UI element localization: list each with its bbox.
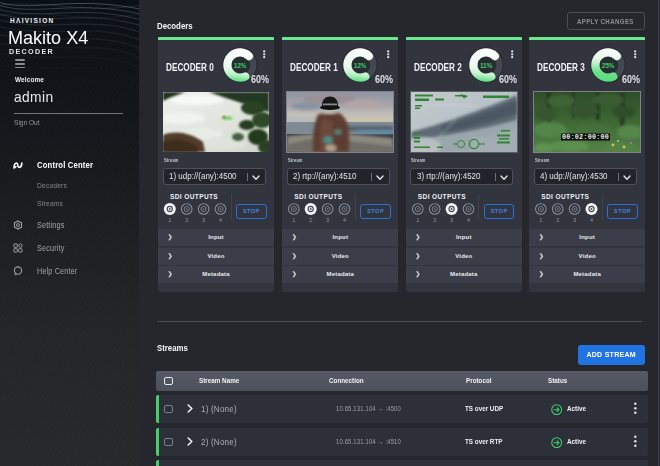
svg-text:4: 4 (590, 217, 593, 223)
svg-text:3: 3 (202, 217, 205, 223)
svg-text:2: 2 (556, 217, 559, 223)
svg-text:2: 2 (185, 217, 188, 223)
svg-text:12%: 12% (233, 62, 246, 69)
svg-text:3: 3 (450, 217, 453, 223)
svg-text:1: 1 (168, 217, 171, 223)
svg-text:1: 1 (539, 217, 542, 223)
svg-text:4: 4 (343, 217, 346, 223)
svg-text:1: 1 (416, 217, 419, 223)
svg-text:1: 1 (293, 217, 296, 223)
svg-text:2: 2 (309, 217, 312, 223)
svg-text:12%: 12% (354, 62, 367, 69)
svg-text:4: 4 (219, 217, 222, 223)
svg-text:4: 4 (467, 217, 470, 223)
svg-text:3: 3 (573, 217, 576, 223)
svg-text:00:02:00:00: 00:02:00:00 (562, 133, 609, 141)
svg-text:3: 3 (326, 217, 329, 223)
svg-text:25%: 25% (602, 62, 615, 69)
svg-text:2: 2 (433, 217, 436, 223)
svg-text:11%: 11% (480, 62, 492, 69)
